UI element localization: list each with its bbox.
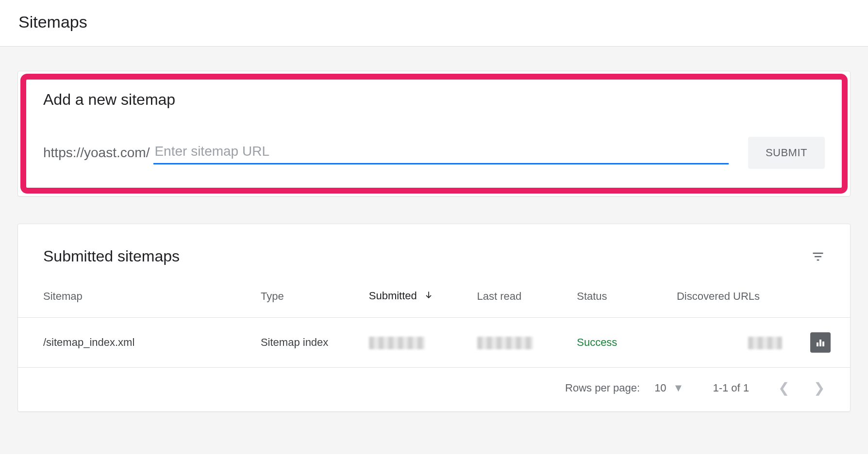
page-body: Add a new sitemap https://yoast.com/ SUB… xyxy=(0,47,868,454)
page-title: Sitemaps xyxy=(18,13,850,32)
rows-per-page-select[interactable]: 10 ▼ xyxy=(654,382,684,394)
next-page-button[interactable]: ❯ xyxy=(814,381,825,395)
col-sitemap[interactable]: Sitemap xyxy=(18,275,251,318)
redacted-value xyxy=(369,337,425,349)
col-discovered[interactable]: Discovered URLs xyxy=(667,275,792,318)
pagination-range: 1-1 of 1 xyxy=(713,382,749,394)
cell-sitemap: /sitemap_index.xml xyxy=(18,318,251,368)
add-sitemap-row: https://yoast.com/ SUBMIT xyxy=(43,137,825,169)
col-actions xyxy=(792,275,850,318)
sitemaps-table: Sitemap Type Submitted Last read Status … xyxy=(18,275,850,368)
table-row[interactable]: /sitemap_index.xml Sitemap index Success xyxy=(18,318,850,368)
submit-button[interactable]: SUBMIT xyxy=(748,137,825,169)
rows-per-page-value: 10 xyxy=(654,382,666,394)
svg-rect-0 xyxy=(817,342,818,346)
pagination-bar: Rows per page: 10 ▼ 1-1 of 1 ❮ ❯ xyxy=(18,368,850,411)
rows-per-page-label: Rows per page: xyxy=(565,382,640,394)
cell-discovered xyxy=(667,318,792,368)
redacted-value xyxy=(477,337,533,349)
svg-rect-2 xyxy=(822,342,824,346)
cell-status: Success xyxy=(567,318,667,368)
cell-submitted xyxy=(359,318,467,368)
col-status[interactable]: Status xyxy=(567,275,667,318)
dropdown-triangle-icon: ▼ xyxy=(673,382,684,394)
cell-last-read xyxy=(467,318,568,368)
submitted-sitemaps-card: Submitted sitemaps Sitemap Type Submitte… xyxy=(17,224,851,412)
cell-type: Sitemap index xyxy=(251,318,359,368)
add-sitemap-card: Add a new sitemap https://yoast.com/ SUB… xyxy=(17,71,851,196)
col-type[interactable]: Type xyxy=(251,275,359,318)
add-sitemap-title: Add a new sitemap xyxy=(43,91,825,109)
view-chart-button[interactable] xyxy=(810,332,831,353)
submitted-sitemaps-title: Submitted sitemaps xyxy=(43,247,180,265)
col-last-read[interactable]: Last read xyxy=(467,275,568,318)
sort-descending-icon xyxy=(424,290,434,303)
prev-page-button[interactable]: ❮ xyxy=(778,381,789,395)
sitemap-url-input[interactable] xyxy=(153,142,728,164)
page-header: Sitemaps xyxy=(0,0,868,47)
svg-rect-1 xyxy=(819,340,821,346)
base-url-label: https://yoast.com/ xyxy=(43,145,150,161)
table-header-row: Sitemap Type Submitted Last read Status … xyxy=(18,275,850,318)
col-submitted-label: Submitted xyxy=(369,290,417,302)
filter-icon[interactable] xyxy=(811,250,825,263)
col-submitted[interactable]: Submitted xyxy=(359,275,467,318)
redacted-value xyxy=(748,337,782,349)
cell-actions xyxy=(792,318,850,368)
